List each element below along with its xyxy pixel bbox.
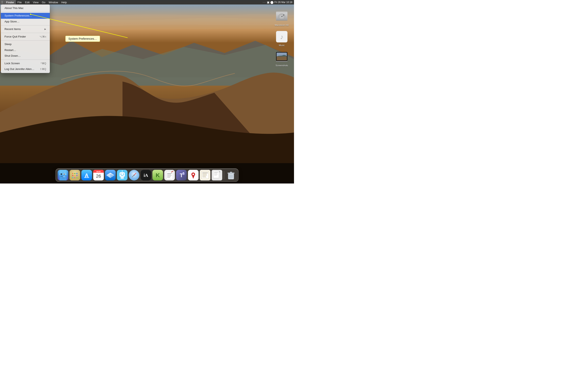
dock-voodoopad[interactable] xyxy=(200,170,210,180)
apple-menu-button[interactable]:  xyxy=(0,0,4,4)
dock-finder[interactable] xyxy=(58,170,68,180)
svg-rect-69 xyxy=(167,174,171,175)
finder-icon-svg xyxy=(58,170,68,180)
svg-text:iA: iA xyxy=(144,173,148,178)
dock-calendar[interactable]: MAR 26 xyxy=(93,170,104,180)
svg-point-13 xyxy=(283,15,285,16)
lock-screen-shortcut: ^⌘Q xyxy=(41,62,46,65)
launchpad-icon-svg xyxy=(70,170,80,180)
svg-rect-92 xyxy=(214,173,217,173)
svg-point-78 xyxy=(183,172,184,174)
menubar-file[interactable]: File xyxy=(16,0,24,4)
menu-lock-screen[interactable]: Lock Screen ^⌘Q xyxy=(1,60,50,66)
force-quit-shortcut: ⌥⌘⎋ xyxy=(39,35,46,39)
menubar-left:  Finder File Edit View Go Window Help xyxy=(0,0,68,4)
svg-point-53 xyxy=(122,170,123,171)
svg-rect-93 xyxy=(214,174,218,174)
harddrive-icon-svg xyxy=(275,10,288,23)
menu-shut-down[interactable]: Shut Down… xyxy=(1,53,50,59)
dock-safari[interactable] xyxy=(129,170,139,180)
log-out-shortcut: ⇧⌘Q xyxy=(40,67,46,71)
menu-recent-items[interactable]: Recent Items ▶ xyxy=(1,26,50,32)
trash-icon-svg xyxy=(226,170,236,180)
msteams-icon-svg: T xyxy=(176,170,187,180)
dock-word[interactable] xyxy=(212,170,222,180)
dock-appstore[interactable]: A xyxy=(81,170,92,180)
svg-rect-20 xyxy=(276,61,287,62)
dock-msteams[interactable]: T xyxy=(176,170,187,180)
svg-point-35 xyxy=(76,175,78,176)
svg-point-24 xyxy=(64,174,65,175)
menubar-go[interactable]: Go xyxy=(40,0,47,4)
menu-app-store[interactable]: App Store… xyxy=(1,19,50,25)
svg-rect-84 xyxy=(202,173,208,173)
menubar-right: ··· ▣ ⬤ Fri 26 Mar 10:18 xyxy=(263,1,294,4)
svg-point-11 xyxy=(281,16,283,17)
menu-sleep[interactable]: Sleep xyxy=(1,42,50,47)
dock-airmail[interactable] xyxy=(105,170,116,180)
calendar-icon-svg: MAR 26 xyxy=(93,170,104,180)
svg-text:MAR: MAR xyxy=(96,171,101,173)
menu-force-quit[interactable]: Force Quit Finder ⌥⌘⎋ xyxy=(1,34,50,40)
svg-point-81 xyxy=(192,174,194,175)
desktop-icon-macintosh-hd[interactable]: Macintosh HD xyxy=(273,9,291,27)
svg-rect-99 xyxy=(228,173,234,174)
svg-rect-55 xyxy=(121,175,124,176)
svg-rect-54 xyxy=(121,177,124,179)
svg-point-50 xyxy=(121,174,122,175)
display-icon[interactable]: ▣ xyxy=(267,1,269,4)
dock-pinpoint[interactable] xyxy=(188,170,199,180)
svg-rect-87 xyxy=(202,176,206,176)
svg-rect-72 xyxy=(167,177,170,178)
apple-menu-dropdown: About This Mac System Preferences… App S… xyxy=(1,4,50,73)
svg-rect-6 xyxy=(276,12,287,13)
menu-restart[interactable]: Restart… xyxy=(1,47,50,53)
dock-separator xyxy=(224,171,224,179)
desktop-icons-area: Macintosh HD ♪ Music Screenshots xyxy=(269,7,294,70)
clock-display: Fri 26 Mar 10:18 xyxy=(274,1,292,4)
menubar-view[interactable]: View xyxy=(31,0,40,4)
status-dots-icon: ··· xyxy=(263,1,266,4)
iawriter-icon-svg: iA xyxy=(141,170,151,180)
menu-about-this-mac[interactable]: About This Mac xyxy=(1,5,50,11)
svg-rect-71 xyxy=(167,176,171,176)
dock-trash[interactable] xyxy=(226,170,236,180)
menubar-help[interactable]: Help xyxy=(60,0,68,4)
svg-rect-8 xyxy=(276,20,287,21)
menubar-edit[interactable]: Edit xyxy=(24,0,31,4)
macintosh-hd-label: Macintosh HD xyxy=(275,24,289,26)
music-icon-svg: ♪ xyxy=(276,31,288,43)
svg-point-36 xyxy=(72,177,73,178)
pinpoint-icon-svg xyxy=(188,170,199,180)
menu-separator-1 xyxy=(1,12,50,12)
dock-launchpad[interactable] xyxy=(70,170,80,180)
svg-point-37 xyxy=(74,177,76,178)
svg-text:♪: ♪ xyxy=(280,33,283,41)
menu-system-preferences[interactable]: System Preferences… xyxy=(1,13,50,18)
dock-tweetbot[interactable] xyxy=(117,170,128,180)
menubar-finder[interactable]: Finder xyxy=(4,0,16,4)
svg-rect-70 xyxy=(167,175,172,175)
siri-icon[interactable]: ⬤ xyxy=(270,1,274,4)
svg-point-26 xyxy=(61,174,62,175)
screenshots-label: Screenshots xyxy=(276,64,288,67)
airmail-icon-svg xyxy=(105,170,116,180)
dock: A MAR 26 xyxy=(56,168,239,182)
klokki-icon-svg: K xyxy=(153,170,163,180)
svg-point-51 xyxy=(123,174,124,175)
menu-separator-4 xyxy=(1,40,50,41)
dock-iawriter[interactable]: iA xyxy=(141,170,151,180)
svg-rect-19 xyxy=(277,57,287,60)
svg-rect-88 xyxy=(202,177,207,177)
menu-log-out[interactable]: Log Out Jennifer Allen… ⇧⌘Q xyxy=(1,66,50,72)
svg-rect-68 xyxy=(167,173,172,174)
menubar-window[interactable]: Window xyxy=(47,0,60,4)
svg-rect-100 xyxy=(230,172,232,173)
menu-separator-3 xyxy=(1,33,50,33)
desktop-icon-screenshots[interactable]: Screenshots xyxy=(273,50,291,68)
dock-textedit[interactable] xyxy=(164,170,175,180)
screenshots-icon-svg xyxy=(276,51,288,63)
recent-items-arrow: ▶ xyxy=(44,27,46,31)
dock-klokki[interactable]: K xyxy=(153,170,163,180)
desktop-icon-music[interactable]: ♪ Music xyxy=(273,29,291,48)
